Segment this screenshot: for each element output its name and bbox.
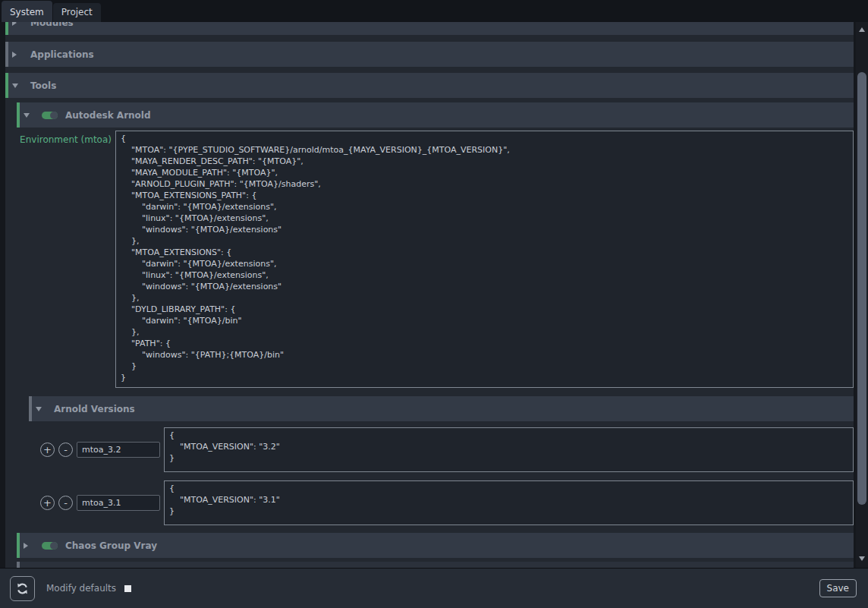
refresh-button[interactable] (10, 576, 35, 601)
chevron-down-icon (12, 83, 21, 88)
settings-window: System Project Modules Applications Tool… (0, 0, 868, 22)
tab-system[interactable]: System (2, 1, 52, 22)
section-header-modules[interactable]: Modules (5, 22, 854, 35)
scrollbar-down-button[interactable] (856, 553, 868, 564)
tab-project[interactable]: Project (53, 3, 101, 22)
chevron-down-icon (24, 113, 33, 118)
subsection-header-autodesk-arnold[interactable]: Autodesk Arnold (17, 102, 854, 128)
tab-bar: System Project (0, 0, 868, 22)
toggle-knob (50, 542, 58, 550)
save-button[interactable]: Save (819, 579, 857, 597)
modified-indicator-bar (17, 533, 20, 558)
remove-version-button[interactable]: - (58, 496, 73, 510)
section-header-tools[interactable]: Tools (5, 73, 854, 98)
toggle-knob (50, 112, 58, 119)
unmodified-indicator-bar (5, 42, 8, 67)
version-json-textarea[interactable]: { "MTOA_VERSION": "3.2" } (164, 427, 854, 472)
settings-scroll-area: Modules Applications Tools Autodesk Arno… (0, 22, 856, 568)
chevron-down-icon (36, 407, 45, 411)
section-title-modules: Modules (30, 22, 74, 28)
clipped-next-section-header[interactable] (17, 562, 854, 568)
arrow-up-icon (859, 27, 865, 32)
subsection-title-arnold-versions: Arnold Versions (54, 404, 135, 414)
version-json-textarea[interactable]: { "MTOA_VERSION": "3.1" } (164, 480, 854, 525)
remove-version-button[interactable]: - (58, 443, 73, 457)
version-name-input[interactable] (77, 495, 160, 511)
modified-indicator-bar (5, 22, 8, 35)
chevron-right-icon (24, 543, 33, 549)
chevron-right-icon (12, 52, 21, 58)
subsection-header-chaos-group-vray[interactable]: Chaos Group Vray (17, 533, 854, 558)
footer-bar: Modify defaults Save (0, 568, 868, 608)
version-row: + - { "MTOA_VERSION": "3.2" } (40, 427, 854, 472)
scrollbar-thumb[interactable] (857, 72, 866, 505)
modify-defaults-label: Modify defaults (46, 583, 116, 594)
environment-label: Environment (mtoa) (5, 131, 112, 388)
modified-indicator-bar (17, 102, 20, 128)
subsection-title-vray: Chaos Group Vray (65, 540, 157, 551)
subsection-title-arnold: Autodesk Arnold (65, 110, 151, 121)
version-row: + - { "MTOA_VERSION": "3.1" } (40, 480, 854, 525)
subsection-header-arnold-versions[interactable]: Arnold Versions (29, 396, 854, 421)
unmodified-indicator-bar (17, 562, 20, 568)
section-header-applications[interactable]: Applications (5, 42, 854, 67)
add-version-button[interactable]: + (40, 496, 55, 510)
scrollbar-up-button[interactable] (856, 24, 868, 35)
unmodified-indicator-bar (29, 396, 32, 421)
arnold-enabled-toggle[interactable] (42, 112, 58, 119)
vray-enabled-toggle[interactable] (42, 542, 58, 550)
environment-row: Environment (mtoa) { "MTOA": "{PYPE_STUD… (5, 131, 854, 388)
refresh-icon (15, 581, 30, 596)
modified-indicator-bar (5, 73, 8, 98)
settings-content: Modules Applications Tools Autodesk Arno… (5, 22, 854, 568)
chevron-right-icon (12, 22, 21, 26)
vertical-scrollbar (856, 22, 868, 568)
section-title-applications: Applications (30, 49, 94, 60)
version-name-input[interactable] (77, 442, 160, 458)
environment-json-textarea[interactable]: { "MTOA": "{PYPE_STUDIO_SOFTWARE}/arnold… (115, 131, 854, 388)
add-version-button[interactable]: + (40, 443, 55, 457)
section-title-tools: Tools (30, 80, 56, 91)
arrow-down-icon (859, 556, 865, 561)
modify-defaults-checkbox[interactable] (124, 585, 131, 592)
